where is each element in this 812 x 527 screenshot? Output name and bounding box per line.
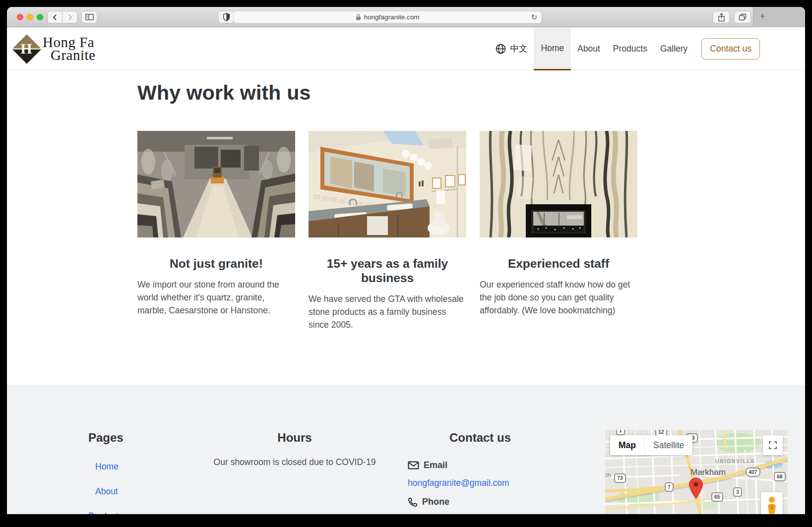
- reload-icon[interactable]: ↻: [531, 13, 537, 22]
- marble-fireplace-photo: [480, 131, 637, 237]
- map-district-label: UNIONVILLE: [715, 459, 755, 464]
- feature-body: Our experienced staff know how do get th…: [480, 278, 637, 317]
- feature-card-experienced-staff: Experienced staff Our experienced staff …: [480, 131, 637, 331]
- feature-card-family-business: 15+ years as a family business We have s…: [309, 131, 466, 331]
- footer-email-label: Email: [424, 460, 447, 470]
- share-button[interactable]: [713, 11, 730, 23]
- globe-icon: [496, 44, 506, 54]
- feature-heading: Experienced staff: [480, 256, 637, 271]
- tab-overview-button[interactable]: [734, 11, 751, 23]
- map-type-control: Map Satellite: [610, 435, 692, 455]
- feature-body: We have served the GTA with wholesale st…: [309, 293, 466, 331]
- window-close-button[interactable]: [17, 14, 23, 20]
- footer-link-products[interactable]: Products: [88, 511, 123, 514]
- window-zoom-button[interactable]: [37, 14, 43, 20]
- url-text: hongfagranite.com: [364, 13, 420, 21]
- browser-toolbar: hongfagranite.com ↻ +: [7, 7, 805, 27]
- satellite-button[interactable]: Satellite: [644, 435, 692, 455]
- site-logo[interactable]: H Hong Fa Granite: [11, 27, 95, 70]
- footer-link-home[interactable]: Home: [95, 462, 119, 472]
- site-footer: Pages Home About Products Hours Our show…: [7, 385, 805, 514]
- nav-products-label: Products: [613, 44, 647, 54]
- safari-window: hongfagranite.com ↻ +: [7, 7, 805, 514]
- chevron-left-icon: [52, 14, 58, 21]
- feature-heading: Not just granite!: [137, 256, 295, 271]
- road-shield-68: 68: [774, 472, 786, 481]
- privacy-report-button[interactable]: [218, 11, 234, 23]
- footer-email-link[interactable]: hongfagranite@gmail.com: [408, 478, 509, 488]
- nav-home-label: Home: [541, 43, 564, 54]
- pegman-icon: [766, 496, 777, 514]
- nav-gallery-label: Gallery: [660, 44, 687, 54]
- nav-item-language[interactable]: 中文: [489, 27, 534, 70]
- footer-phone-row: Phone: [408, 497, 449, 507]
- feature-cards: Not just granite! We import our stone fr…: [137, 131, 637, 331]
- footer-pages-title: Pages: [88, 431, 124, 445]
- address-bar[interactable]: hongfagranite.com ↻: [233, 11, 542, 23]
- road-shield-73b: 73: [614, 473, 626, 483]
- nav-item-about[interactable]: About: [571, 27, 607, 70]
- tls-lock-icon: [356, 14, 361, 20]
- footer-phone-label: Phone: [422, 497, 449, 507]
- history-nav-group: [48, 11, 77, 23]
- map-pin-icon[interactable]: [688, 477, 703, 499]
- road-shield-407: 407: [746, 468, 760, 477]
- warehouse-photo: [137, 131, 295, 237]
- road-shield-65: 65: [711, 492, 723, 502]
- share-icon: [718, 13, 725, 22]
- logo-line2: Granite: [51, 49, 95, 61]
- logo-diamond-icon: H: [11, 33, 42, 64]
- bathroom-photo: [309, 131, 466, 237]
- back-button[interactable]: [48, 11, 62, 23]
- screenshot-stage: hongfagranite.com ↻ +: [0, 0, 812, 527]
- shield-icon: [223, 13, 230, 21]
- phone-icon: [408, 497, 418, 507]
- feature-body: We import our stone from around the worl…: [137, 278, 295, 317]
- contact-us-button[interactable]: Contact us: [701, 38, 760, 59]
- map-button[interactable]: Map: [610, 435, 644, 455]
- sidebar-toggle-button[interactable]: [81, 11, 97, 23]
- envelope-icon: [408, 461, 419, 469]
- window-minimize-button[interactable]: [27, 14, 33, 20]
- new-tab-button[interactable]: +: [753, 7, 805, 27]
- forward-button[interactable]: [62, 11, 77, 23]
- site-header: H Hong Fa Granite 中文 Home: [7, 27, 805, 70]
- nav-about-label: About: [577, 44, 600, 54]
- tabs-icon: [739, 13, 747, 21]
- footer-hours-title: Hours: [215, 431, 374, 445]
- map-fullscreen-button[interactable]: [763, 435, 783, 455]
- chevron-right-icon: [67, 14, 73, 21]
- main-content: Why work with us: [7, 70, 805, 385]
- nav-item-gallery[interactable]: Gallery: [654, 27, 694, 70]
- feature-card-not-just-granite: Not just granite! We import our stone fr…: [137, 131, 295, 331]
- main-nav: 中文 Home About Products Gallery Contact u…: [489, 27, 760, 70]
- nav-item-products[interactable]: Products: [607, 27, 654, 70]
- road-shield-3: 3: [733, 487, 742, 497]
- google-map-embed[interactable]: UNIONVILLE Markham ch 1 12 73 73 7 407 6…: [605, 430, 788, 514]
- nav-item-home[interactable]: Home: [534, 27, 571, 71]
- logo-monogram: H: [11, 33, 42, 64]
- map-street-partial-label: ch: [605, 471, 611, 479]
- footer-email-row: Email: [408, 460, 447, 470]
- footer-link-about[interactable]: About: [95, 486, 118, 497]
- footer-hours-text: Our showroom is closed due to COVID-19: [200, 457, 389, 468]
- footer-contact-title: Contact us: [406, 431, 555, 445]
- plus-icon: +: [759, 10, 765, 22]
- logo-wordmark: Hong Fa Granite: [43, 36, 95, 61]
- road-shield-7: 7: [665, 482, 674, 492]
- feature-heading: 15+ years as a family business: [309, 256, 466, 285]
- nav-language-label: 中文: [510, 43, 527, 55]
- fullscreen-icon: [769, 441, 777, 449]
- map-city-label: Markham: [690, 468, 726, 477]
- road-shield-1: 1: [616, 430, 625, 435]
- sidebar-icon: [85, 14, 94, 20]
- map-pegman-button[interactable]: [761, 492, 783, 514]
- page-title: Why work with us: [137, 81, 311, 105]
